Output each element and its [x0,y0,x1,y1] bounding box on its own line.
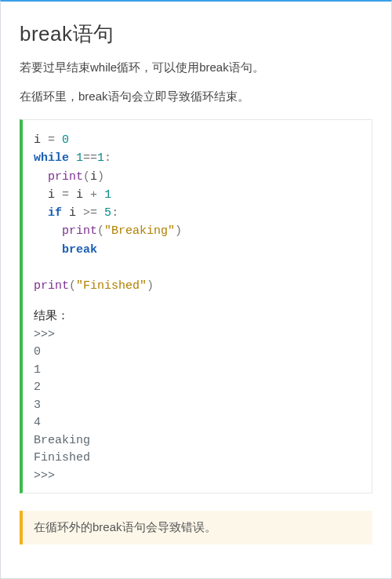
code-line: if i >= 5: [34,206,118,220]
code-line: break [34,243,97,257]
code-token: : [111,206,118,220]
code-token: >= [83,206,97,220]
code-token: "Breaking" [104,224,175,238]
code-token: break [62,243,97,257]
code-line: while 1==1: [34,151,111,165]
code-token: print [34,279,69,293]
code-token: = [62,188,69,202]
warning-note: 在循环外的break语句会导致错误。 [20,511,372,544]
code-token: 1 [76,151,83,165]
code-token: if [48,206,62,220]
code-token: 5 [104,206,111,220]
intro-paragraph-2: 在循环里，break语句会立即导致循环结束。 [20,88,372,106]
code-token: 0 [62,133,69,147]
code-token: i [76,188,83,202]
result-output: >>> 0 1 2 3 4 Breaking Finished >>> [34,326,361,486]
code-token: ) [175,224,182,238]
code-token: while [34,151,69,165]
code-line: print("Finished") [34,279,154,293]
code-line: print("Breaking") [34,224,182,238]
result-label: 结果： [34,306,361,324]
code-token: ) [97,170,104,184]
code-token: i [90,170,97,184]
code-token: print [48,170,83,184]
code-listing: i = 0 while 1==1: print(i) i = i + 1 if … [34,131,361,295]
code-line: print(i) [34,170,104,184]
code-token: i [34,133,41,147]
code-token: ( [69,279,76,293]
code-token: = [48,133,55,147]
code-token: ( [83,170,90,184]
code-token: 1 [104,188,111,202]
code-example: i = 0 while 1==1: print(i) i = i + 1 if … [20,119,372,493]
code-token: 1 [97,151,104,165]
code-line: i = i + 1 [34,188,111,202]
code-token: i [69,206,76,220]
code-token: + [90,188,97,202]
code-token: : [104,151,111,165]
code-token: print [62,224,97,238]
intro-paragraph-1: 若要过早结束while循环，可以使用break语句。 [20,59,372,77]
code-token: "Finished" [76,279,147,293]
page-title: break语句 [20,20,372,48]
code-token: i [48,188,55,202]
code-token: ( [97,224,104,238]
document-page: break语句 若要过早结束while循环，可以使用break语句。 在循环里，… [0,0,392,579]
code-token: == [83,151,97,165]
code-token: ) [147,279,154,293]
code-line: i = 0 [34,133,69,147]
